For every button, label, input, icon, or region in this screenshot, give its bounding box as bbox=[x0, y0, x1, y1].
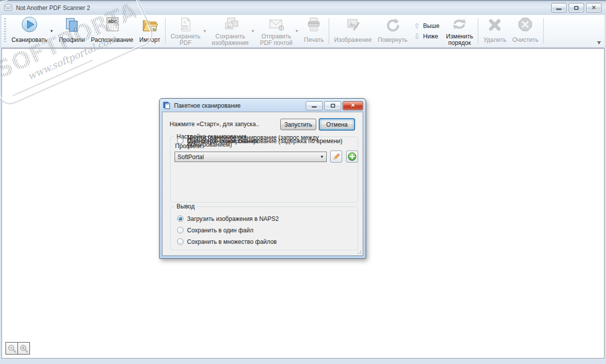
toolbar-grip[interactable] bbox=[4, 18, 6, 43]
scan-dropdown-icon[interactable]: ▼ bbox=[49, 29, 54, 33]
main-toolbar: Сканировать ▼ Профили bbox=[1, 15, 605, 48]
profile-select[interactable]: SoftPortal ▼ bbox=[175, 152, 327, 162]
print-label: Печать bbox=[304, 37, 324, 43]
add-profile-button[interactable] bbox=[346, 151, 358, 163]
scan-settings-group: Настройка сканирования Профили: SoftPort… bbox=[170, 137, 358, 202]
close-icon: ✕ bbox=[592, 4, 596, 11]
image-button[interactable]: Изображение bbox=[331, 16, 375, 46]
dialog-status-text: Нажмите «Старт», для запуска.. bbox=[170, 121, 259, 128]
image-label: Изображение bbox=[334, 37, 372, 43]
overflow-caret-icon: ▼ bbox=[596, 42, 602, 45]
app-window: { "window": { "title": "Not Another PDF … bbox=[0, 0, 606, 364]
dialog-pages-icon bbox=[163, 102, 171, 109]
plus-icon bbox=[348, 152, 357, 161]
move-updown-group: ⇧ Выше ⇩ Ниже bbox=[410, 16, 443, 46]
zoom-out-button[interactable] bbox=[5, 342, 18, 355]
radio-icon bbox=[177, 227, 184, 233]
dialog-minimize-button[interactable] bbox=[306, 101, 323, 110]
minimize-icon bbox=[556, 8, 562, 10]
rotate-icon bbox=[384, 15, 401, 33]
magnifier-plus-icon bbox=[19, 344, 28, 353]
radio-load-into-naps2[interactable]: Загрузить изображения в NAPS2 bbox=[177, 215, 279, 222]
email-pdf-label2: PDF почтой bbox=[260, 40, 292, 46]
profiles-label: Профили bbox=[59, 37, 85, 43]
start-button[interactable]: Запустить bbox=[280, 119, 316, 130]
ocr-label: Распознавание bbox=[91, 37, 133, 43]
email-pdf-icon bbox=[267, 15, 285, 33]
delete-label: Удалить bbox=[483, 37, 506, 43]
arrow-down-icon: ⇩ bbox=[414, 33, 420, 40]
toolbar-separator bbox=[478, 18, 478, 44]
save-images-button[interactable]: Сохранить изображения ▼ bbox=[209, 16, 257, 46]
save-images-label2: изображения bbox=[212, 40, 249, 46]
clear-label: Очистить bbox=[512, 37, 538, 43]
email-pdf-button[interactable]: Отправить PDF почтой ▼ bbox=[257, 16, 301, 46]
scan-play-icon bbox=[20, 15, 38, 33]
radio-label: Сохранить в множество файлов bbox=[187, 238, 277, 245]
import-folder-icon bbox=[141, 15, 159, 33]
toolbar-separator bbox=[165, 18, 166, 44]
scan-button[interactable]: Сканировать ▼ bbox=[8, 16, 56, 46]
output-title: Вывод bbox=[175, 203, 197, 210]
toolbar-separator bbox=[543, 18, 544, 44]
profile-select-value: SoftPortal bbox=[178, 154, 204, 161]
magnifier-minus-icon bbox=[7, 344, 16, 353]
toolbar-overflow-button[interactable]: ▼ bbox=[596, 41, 602, 45]
cancel-button[interactable]: Отмена bbox=[319, 118, 355, 131]
rotate-label: Повернуть bbox=[378, 37, 407, 43]
edit-profile-button[interactable] bbox=[330, 151, 342, 163]
reorder-label2: порядок bbox=[448, 40, 471, 46]
dialog-close-icon: ✕ bbox=[351, 102, 355, 109]
save-pdf-button[interactable]: PDF Сохранить PDF ▼ bbox=[168, 16, 209, 46]
restore-icon bbox=[574, 6, 579, 10]
dialog-titlebar[interactable]: Пакетное сканирование ✕ bbox=[160, 99, 366, 112]
pencil-icon bbox=[332, 153, 341, 161]
move-down-button[interactable]: ⇩ Ниже bbox=[414, 33, 440, 40]
zoom-controls bbox=[5, 342, 29, 355]
maximize-button[interactable] bbox=[569, 3, 584, 12]
save-pdf-label2: PDF bbox=[180, 40, 192, 46]
radio-icon bbox=[177, 238, 184, 245]
profiles-button[interactable]: Профили bbox=[56, 16, 88, 46]
radio-save-multiple-files[interactable]: Сохранить в множество файлов bbox=[177, 238, 277, 245]
dialog-resize-grip[interactable] bbox=[356, 249, 361, 254]
combo-dropdown-icon: ▼ bbox=[318, 155, 326, 159]
window-title: Not Another PDF Scanner 2 bbox=[16, 4, 90, 11]
rotate-button[interactable]: Повернуть bbox=[375, 16, 410, 46]
reorder-button[interactable]: Изменить порядок bbox=[443, 16, 476, 46]
zoom-in-button[interactable] bbox=[17, 342, 30, 355]
import-button[interactable]: Импорт bbox=[136, 16, 163, 46]
radio-multi-scan-delay[interactable]: Многостраничное сканирование (задержка п… bbox=[177, 137, 342, 145]
dialog-title: Пакетное сканирование bbox=[174, 102, 241, 109]
toolbar-separator bbox=[329, 18, 329, 44]
move-up-button[interactable]: ⇧ Выше bbox=[414, 22, 440, 29]
move-down-label: Ниже bbox=[423, 33, 438, 40]
save-images-dropdown-icon[interactable]: ▼ bbox=[250, 29, 255, 33]
scan-label: Сканировать bbox=[11, 37, 47, 43]
radio-label: Многостраничное сканирование (задержка п… bbox=[187, 138, 342, 145]
svg-text:abc: abc bbox=[108, 18, 117, 24]
dialog-close-button[interactable]: ✕ bbox=[343, 101, 363, 110]
radio-icon bbox=[177, 138, 184, 144]
batch-scan-dialog: Пакетное сканирование ✕ Нажмите «Старт»,… bbox=[159, 98, 366, 259]
minimize-button[interactable] bbox=[551, 3, 567, 12]
delete-button[interactable]: Удалить bbox=[480, 16, 509, 46]
delete-x-icon bbox=[486, 15, 503, 33]
radio-save-single-file[interactable]: Сохранить в один файл bbox=[177, 226, 253, 234]
ocr-button[interactable]: abc Распознавание bbox=[88, 16, 136, 46]
save-images-icon bbox=[221, 15, 239, 33]
dialog-maximize-button[interactable] bbox=[324, 101, 341, 110]
print-icon bbox=[305, 15, 322, 33]
dialog-body: Нажмите «Старт», для запуска.. Запустить… bbox=[162, 112, 363, 256]
email-pdf-dropdown-icon[interactable]: ▼ bbox=[294, 29, 300, 33]
window-titlebar: Not Another PDF Scanner 2 bbox=[0, 0, 606, 15]
radio-label: Сохранить в один файл bbox=[187, 227, 253, 234]
save-pdf-dropdown-icon[interactable]: ▼ bbox=[202, 29, 207, 33]
clear-icon bbox=[517, 15, 534, 33]
clear-button[interactable]: Очистить bbox=[509, 16, 541, 46]
close-button[interactable]: ✕ bbox=[586, 3, 602, 12]
print-button[interactable]: Печать bbox=[301, 16, 327, 46]
ocr-abc-icon: abc bbox=[104, 15, 121, 33]
svg-text:PDF: PDF bbox=[182, 26, 188, 29]
radio-icon bbox=[177, 215, 184, 222]
